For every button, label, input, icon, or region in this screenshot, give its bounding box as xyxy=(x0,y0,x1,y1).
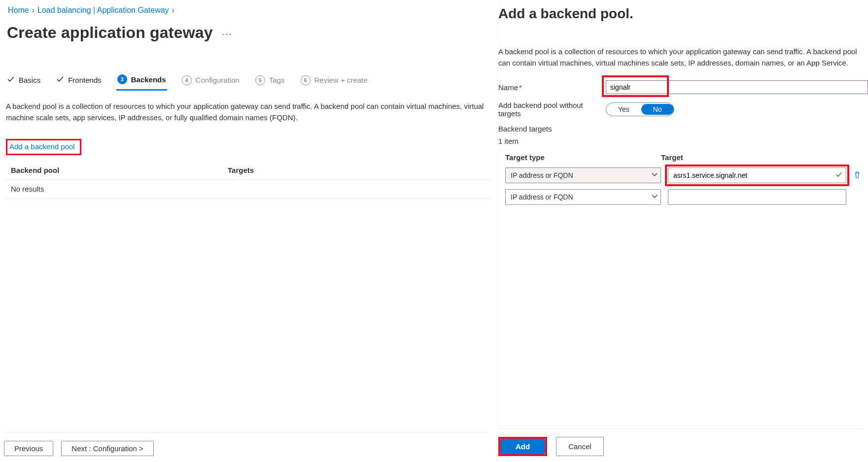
step-number-badge: 5 xyxy=(255,75,265,85)
main-area: Home › Load balancing | Application Gate… xyxy=(0,0,498,462)
breadcrumb-load-balancing[interactable]: Load balancing | Application Gateway xyxy=(37,6,169,15)
chevron-right-icon: › xyxy=(32,6,35,15)
step-label: Basics xyxy=(19,76,40,84)
step-review-create[interactable]: 6 Review + create xyxy=(300,72,369,90)
add-button[interactable]: Add xyxy=(500,439,545,454)
toggle-no[interactable]: No xyxy=(641,104,674,115)
breadcrumb-home[interactable]: Home xyxy=(8,6,29,15)
target-row: IP address or FQDN xyxy=(505,186,868,208)
name-label: Name* xyxy=(498,83,606,92)
highlight-box: Add a backend pool xyxy=(6,139,81,155)
step-label: Backends xyxy=(131,75,166,84)
add-backend-pool-panel: Add a backend pool. A backend pool is a … xyxy=(498,0,868,462)
target-input[interactable] xyxy=(668,167,846,183)
table-empty-message: No results xyxy=(11,185,228,193)
step-label: Review + create xyxy=(314,76,368,84)
step-number-badge: 6 xyxy=(301,75,311,85)
step-backends[interactable]: 3 Backends xyxy=(116,71,167,91)
checkmark-icon xyxy=(835,171,842,180)
backend-pool-table: Backend pool Targets No results xyxy=(6,161,492,198)
step-number-badge: 4 xyxy=(182,75,192,85)
toggle-yes[interactable]: Yes xyxy=(606,104,641,115)
column-header-target: Target xyxy=(661,153,853,162)
panel-footer: Add Cancel xyxy=(498,429,863,456)
step-label: Tags xyxy=(269,76,285,84)
item-count: 1 item xyxy=(498,137,868,145)
panel-title: Add a backend pool. xyxy=(498,4,868,27)
input-underline xyxy=(669,94,868,94)
target-input[interactable] xyxy=(668,189,846,205)
highlight-box: Add xyxy=(498,437,547,456)
without-targets-toggle[interactable]: Yes No xyxy=(606,102,674,116)
add-without-targets-label: Add backend pool without targets xyxy=(498,101,606,118)
breadcrumb: Home › Load balancing | Application Gate… xyxy=(6,6,492,24)
column-header-targets: Targets xyxy=(228,166,487,174)
backends-description: A backend pool is a collection of resour… xyxy=(6,101,492,123)
target-type-select[interactable]: IP address or FQDN xyxy=(505,167,661,183)
step-basics[interactable]: Basics xyxy=(6,72,41,90)
wizard-stepper: Basics Frontends 3 Backends 4 Configurat… xyxy=(6,71,492,91)
add-backend-pool-link[interactable]: Add a backend pool xyxy=(9,142,75,151)
step-label: Configuration xyxy=(196,76,240,84)
select-value: IP address or FQDN xyxy=(511,171,573,179)
step-configuration[interactable]: 4 Configuration xyxy=(181,72,241,90)
required-indicator: * xyxy=(519,83,522,92)
chevron-down-icon xyxy=(652,171,658,179)
checkmark-icon xyxy=(56,75,64,85)
more-menu-button[interactable]: ⋯ xyxy=(222,28,233,40)
targets-table: Target type Target IP address or FQDN xyxy=(498,150,868,208)
backend-targets-label: Backend targets xyxy=(498,125,868,133)
delete-icon[interactable] xyxy=(853,171,868,180)
chevron-right-icon: › xyxy=(172,6,174,15)
panel-description: A backend pool is a collection of resour… xyxy=(498,46,868,68)
target-row: IP address or FQDN xyxy=(505,165,868,186)
step-tags[interactable]: 5 Tags xyxy=(254,72,286,90)
next-button[interactable]: Next : Configuration > xyxy=(61,441,154,456)
select-value: IP address or FQDN xyxy=(511,193,573,201)
step-frontends[interactable]: Frontends xyxy=(55,72,103,90)
chevron-down-icon xyxy=(652,193,658,201)
previous-button[interactable]: Previous xyxy=(4,441,53,456)
checkmark-icon xyxy=(7,75,15,85)
column-header-backend-pool: Backend pool xyxy=(11,166,228,174)
target-type-select[interactable]: IP address or FQDN xyxy=(505,189,661,205)
column-header-target-type: Target type xyxy=(505,153,661,162)
step-number-badge: 3 xyxy=(117,74,127,84)
cancel-button[interactable]: Cancel xyxy=(556,437,604,456)
name-input[interactable] xyxy=(606,80,868,94)
page-title: Create application gateway xyxy=(7,24,213,42)
wizard-footer: Previous Next : Configuration > xyxy=(4,432,487,456)
step-label: Frontends xyxy=(68,76,102,84)
